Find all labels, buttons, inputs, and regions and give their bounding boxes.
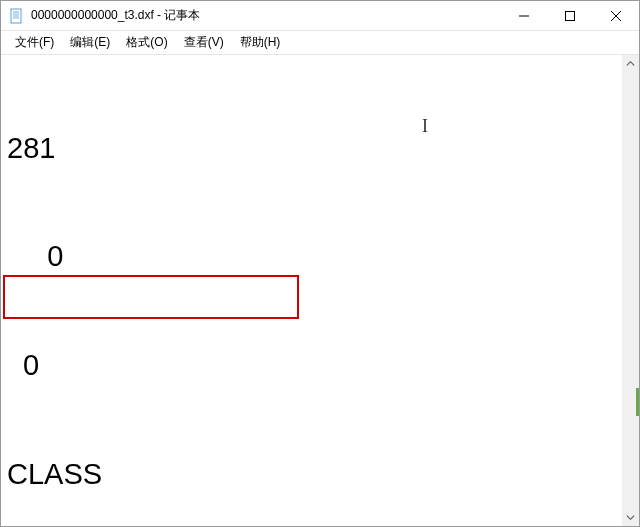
window-title: 0000000000000_t3.dxf - 记事本 xyxy=(31,7,501,24)
scroll-down-icon[interactable] xyxy=(622,509,639,526)
text-line: 0 xyxy=(7,238,618,274)
menu-format[interactable]: 格式(O) xyxy=(118,32,175,53)
close-button[interactable] xyxy=(593,1,639,30)
window-controls xyxy=(501,1,639,30)
maximize-button[interactable] xyxy=(547,1,593,30)
vertical-scrollbar[interactable] xyxy=(622,55,639,526)
svg-rect-6 xyxy=(566,11,575,20)
menu-edit[interactable]: 编辑(E) xyxy=(62,32,118,53)
content-wrapper: 281 0 0 CLASS 1 ACAD_PROXY_OBJECT_WRAPPE… xyxy=(1,55,639,526)
notepad-icon xyxy=(9,8,25,24)
menu-help[interactable]: 帮助(H) xyxy=(232,32,289,53)
highlight-box xyxy=(3,275,299,319)
menu-file[interactable]: 文件(F) xyxy=(7,32,62,53)
titlebar: 0000000000000_t3.dxf - 记事本 xyxy=(1,1,639,31)
minimize-button[interactable] xyxy=(501,1,547,30)
text-line: CLASS xyxy=(7,456,618,492)
menu-view[interactable]: 查看(V) xyxy=(176,32,232,53)
edge-indicator xyxy=(636,388,640,416)
scroll-up-icon[interactable] xyxy=(622,55,639,72)
text-area[interactable]: 281 0 0 CLASS 1 ACAD_PROXY_OBJECT_WRAPPE… xyxy=(1,55,622,526)
menubar: 文件(F) 编辑(E) 格式(O) 查看(V) 帮助(H) xyxy=(1,31,639,55)
text-line: 0 xyxy=(7,347,618,383)
text-line: 281 xyxy=(7,130,618,166)
text-cursor-icon: I xyxy=(422,115,428,138)
